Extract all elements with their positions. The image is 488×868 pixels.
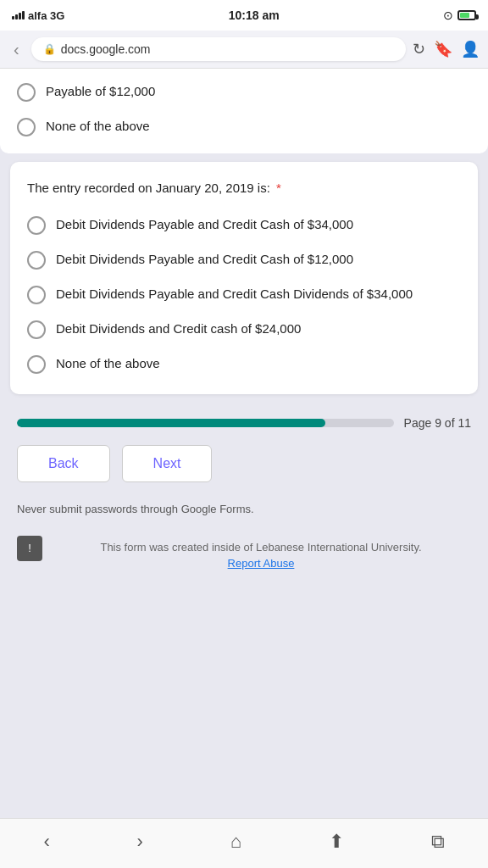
required-star: *: [273, 181, 281, 195]
option-1-text: Debit Dividends Payable and Credit Cash …: [56, 215, 353, 235]
battery-area: ⊙: [443, 8, 476, 22]
main-content: Payable of $12,000 None of the above The…: [0, 69, 488, 601]
battery-fill: [460, 13, 469, 18]
nav-home-button[interactable]: ⌂: [217, 827, 255, 856]
option-item-5[interactable]: None of the above: [27, 354, 461, 374]
report-abuse-link[interactable]: Report Abuse: [228, 557, 295, 570]
partial-question-card: Payable of $12,000 None of the above: [0, 69, 488, 153]
nav-forward-button[interactable]: ›: [124, 827, 157, 856]
carrier-info: alfa 3G: [12, 9, 64, 22]
screen-icon: ⊙: [443, 8, 453, 22]
browser-actions: ↻ 🔖 👤: [413, 40, 480, 58]
radio-5[interactable]: [27, 355, 46, 374]
partial-option-1-text: Payable of $12,000: [46, 82, 155, 102]
signal-icon: [12, 11, 25, 19]
browser-back-button[interactable]: ‹: [8, 38, 25, 61]
url-bar[interactable]: 🔒 docs.google.com: [31, 37, 406, 61]
partial-option-2-text: None of the above: [46, 117, 150, 136]
radio-3[interactable]: [27, 286, 46, 304]
radio-4[interactable]: [27, 320, 46, 339]
lock-icon: 🔒: [43, 43, 56, 55]
carrier-label: alfa 3G: [28, 9, 64, 22]
radio-1[interactable]: [27, 216, 46, 235]
next-button[interactable]: Next: [122, 445, 213, 482]
question-title: The entry recorded on January 20, 2019 i…: [27, 179, 461, 198]
partial-option-1[interactable]: Payable of $12,000: [17, 82, 471, 102]
nav-tabs-button[interactable]: ⧉: [418, 827, 458, 856]
chat-icon: !: [17, 536, 42, 561]
progress-bar-fill: [17, 419, 325, 427]
progress-label: Page 9 of 11: [404, 416, 471, 430]
time-display: 10:18 am: [229, 8, 280, 22]
option-5-text: None of the above: [56, 354, 160, 374]
nav-back-button[interactable]: ‹: [30, 827, 63, 856]
radio-partial-2[interactable]: [17, 118, 36, 136]
option-3-text: Debit Dividends Payable and Credit Cash …: [56, 285, 413, 304]
bottom-navigation: ‹ › ⌂ ⬆ ⧉: [0, 818, 488, 868]
option-item-3[interactable]: Debit Dividends Payable and Credit Cash …: [27, 285, 461, 304]
refresh-button[interactable]: ↻: [413, 40, 425, 58]
back-button[interactable]: Back: [17, 445, 110, 482]
status-bar: alfa 3G 10:18 am ⊙: [0, 0, 488, 31]
footer-info: ! This form was created inside of Lebane…: [0, 527, 488, 593]
option-item-1[interactable]: Debit Dividends Payable and Credit Cash …: [27, 215, 461, 235]
radio-partial-1[interactable]: [17, 83, 36, 102]
option-item-2[interactable]: Debit Dividends Payable and Credit Cash …: [27, 250, 461, 270]
url-text: docs.google.com: [61, 42, 394, 56]
battery-icon: [458, 10, 476, 20]
browser-bar: ‹ 🔒 docs.google.com ↻ 🔖 👤: [0, 31, 488, 69]
option-item-4[interactable]: Debit Dividends and Credit cash of $24,0…: [27, 320, 461, 339]
question-card: The entry recorded on January 20, 2019 i…: [10, 162, 478, 394]
bookmark-button[interactable]: 🔖: [434, 40, 452, 58]
progress-area: Page 9 of 11: [0, 404, 488, 442]
footer-warning: Never submit passwords through Google Fo…: [0, 496, 488, 527]
progress-bar-background: [17, 419, 394, 427]
footer-created-text: This form was created inside of Lebanese…: [51, 534, 471, 584]
radio-2[interactable]: [27, 251, 46, 270]
user-button[interactable]: 👤: [461, 40, 480, 58]
nav-share-button[interactable]: ⬆: [315, 827, 358, 856]
partial-option-2[interactable]: None of the above: [17, 117, 471, 136]
option-2-text: Debit Dividends Payable and Credit Cash …: [56, 250, 353, 270]
navigation-buttons: Back Next: [0, 442, 488, 496]
option-4-text: Debit Dividends and Credit cash of $24,0…: [56, 320, 301, 339]
